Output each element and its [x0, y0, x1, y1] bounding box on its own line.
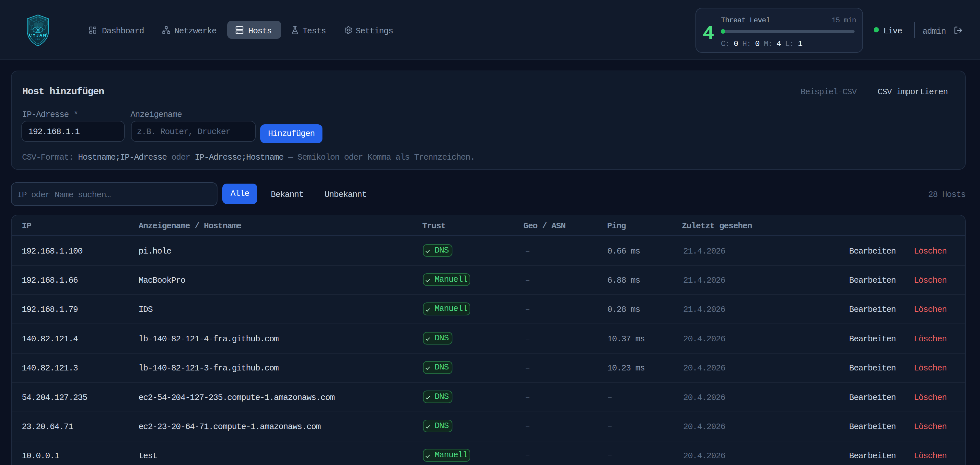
svg-text:CYJAN: CYJAN [29, 33, 47, 38]
svg-text:IDS: IDS [36, 38, 40, 40]
